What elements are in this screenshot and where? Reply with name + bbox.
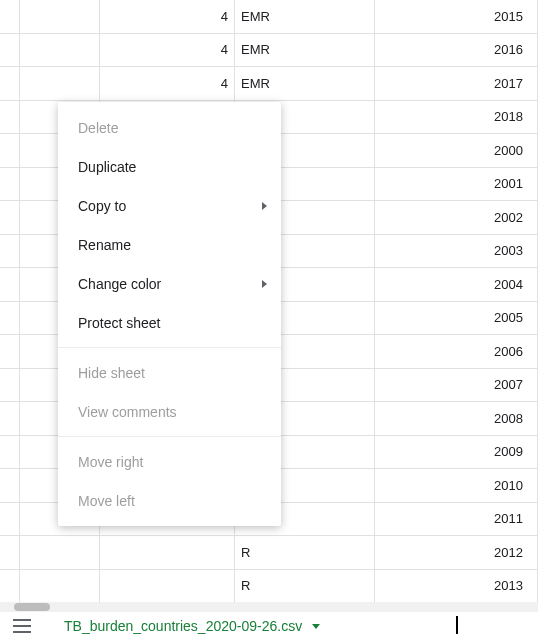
menu-protect-sheet[interactable]: Protect sheet	[58, 303, 281, 342]
col-d-cell[interactable]: 2016	[375, 34, 538, 67]
row-gutter	[0, 34, 20, 67]
row-gutter	[0, 201, 20, 234]
menu-change-color-label: Change color	[78, 276, 161, 292]
col-d-cell[interactable]: 2000	[375, 134, 538, 167]
sheet-tab-label: TB_burden_countries_2020-09-26.csv	[64, 618, 302, 634]
col-b-cell[interactable]	[100, 570, 235, 603]
col-d-cell[interactable]: 2007	[375, 369, 538, 402]
menu-move-right[interactable]: Move right	[58, 442, 281, 481]
horizontal-scrollbar-thumb[interactable]	[14, 603, 50, 611]
col-d-cell[interactable]: 2003	[375, 235, 538, 268]
menu-move-left[interactable]: Move left	[58, 481, 281, 520]
menu-copy-to-label: Copy to	[78, 198, 126, 214]
menu-copy-to[interactable]: Copy to	[58, 186, 281, 225]
menu-rename[interactable]: Rename	[58, 225, 281, 264]
col-c-cell[interactable]: EMR	[235, 0, 375, 33]
col-d-cell[interactable]: 2017	[375, 67, 538, 100]
col-c-cell[interactable]: R	[235, 570, 375, 603]
col-d-cell[interactable]: 2013	[375, 570, 538, 603]
col-d-cell[interactable]: 2010	[375, 469, 538, 502]
menu-separator	[58, 347, 281, 348]
col-d-cell[interactable]: 2002	[375, 201, 538, 234]
col-b-cell[interactable]: 4	[100, 34, 235, 67]
menu-view-comments[interactable]: View comments	[58, 392, 281, 431]
all-sheets-button[interactable]	[8, 614, 36, 638]
col-a-cell[interactable]	[20, 0, 100, 33]
row-gutter	[0, 335, 20, 368]
row-gutter	[0, 536, 20, 569]
menu-delete[interactable]: Delete	[58, 108, 281, 147]
col-a-cell[interactable]	[20, 536, 100, 569]
row-gutter	[0, 436, 20, 469]
row-gutter	[0, 402, 20, 435]
row-gutter	[0, 369, 20, 402]
col-c-cell[interactable]: EMR	[235, 67, 375, 100]
col-a-cell[interactable]	[20, 34, 100, 67]
table-row[interactable]: 4EMR2016	[0, 34, 538, 68]
col-d-cell[interactable]: 2018	[375, 101, 538, 134]
table-row[interactable]: R2013	[0, 570, 538, 604]
row-gutter	[0, 101, 20, 134]
menu-duplicate[interactable]: Duplicate	[58, 147, 281, 186]
menu-change-color[interactable]: Change color	[58, 264, 281, 303]
row-gutter	[0, 168, 20, 201]
col-d-cell[interactable]: 2011	[375, 503, 538, 536]
row-gutter	[0, 503, 20, 536]
row-gutter	[0, 134, 20, 167]
table-row[interactable]: 4EMR2017	[0, 67, 538, 101]
col-d-cell[interactable]: 2012	[375, 536, 538, 569]
col-d-cell[interactable]: 2005	[375, 302, 538, 335]
svg-rect-1	[13, 625, 31, 627]
table-row[interactable]: 4EMR2015	[0, 0, 538, 34]
table-row[interactable]: R2012	[0, 536, 538, 570]
menu-hide-sheet[interactable]: Hide sheet	[58, 353, 281, 392]
row-gutter	[0, 302, 20, 335]
col-b-cell[interactable]: 4	[100, 0, 235, 33]
col-c-cell[interactable]: R	[235, 536, 375, 569]
col-d-cell[interactable]: 2009	[375, 436, 538, 469]
svg-rect-0	[13, 619, 31, 621]
sheet-tab-active[interactable]: TB_burden_countries_2020-09-26.csv	[64, 613, 320, 639]
all-sheets-icon	[13, 619, 31, 633]
row-gutter	[0, 570, 20, 603]
row-gutter	[0, 67, 20, 100]
chevron-right-icon	[262, 280, 267, 288]
row-gutter	[0, 268, 20, 301]
horizontal-scrollbar[interactable]	[0, 602, 538, 612]
row-gutter	[0, 0, 20, 33]
row-gutter	[0, 469, 20, 502]
col-a-cell[interactable]	[20, 67, 100, 100]
col-d-cell[interactable]: 2004	[375, 268, 538, 301]
chevron-right-icon	[262, 202, 267, 210]
col-d-cell[interactable]: 2006	[375, 335, 538, 368]
col-d-cell[interactable]: 2001	[375, 168, 538, 201]
sheet-context-menu: Delete Duplicate Copy to Rename Change c…	[58, 102, 281, 526]
col-b-cell[interactable]: 4	[100, 67, 235, 100]
col-a-cell[interactable]	[20, 570, 100, 603]
col-b-cell[interactable]	[100, 536, 235, 569]
col-d-cell[interactable]: 2008	[375, 402, 538, 435]
col-c-cell[interactable]: EMR	[235, 34, 375, 67]
col-d-cell[interactable]: 2015	[375, 0, 538, 33]
svg-rect-2	[13, 631, 31, 633]
text-caret	[456, 616, 458, 634]
row-gutter	[0, 235, 20, 268]
sheet-tab-dropdown-icon[interactable]	[312, 624, 320, 629]
menu-separator	[58, 436, 281, 437]
